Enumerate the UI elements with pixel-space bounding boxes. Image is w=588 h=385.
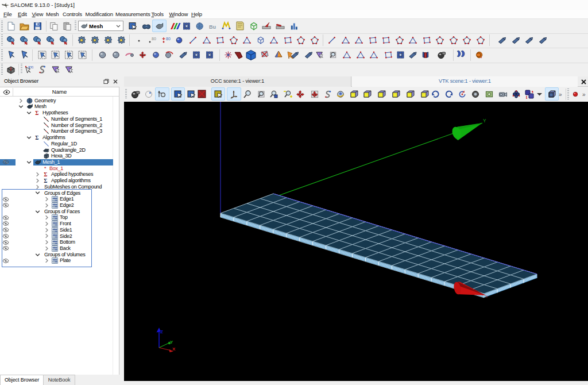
svg-text:Σ: Σ xyxy=(35,110,38,116)
svg-text:Z: Z xyxy=(160,329,163,334)
svg-text:Σ: Σ xyxy=(35,135,38,141)
svg-text:»: » xyxy=(559,91,562,98)
svg-text:Σ: Σ xyxy=(44,172,47,178)
svg-text:»: » xyxy=(582,91,586,98)
svg-text:x: x xyxy=(485,294,488,299)
svg-text:Y: Y xyxy=(483,118,486,124)
svg-text:Y: Y xyxy=(170,340,173,345)
svg-text:X: X xyxy=(172,346,176,352)
svg-text:Bu: Bu xyxy=(209,24,216,30)
svg-text:Σ: Σ xyxy=(44,178,47,184)
